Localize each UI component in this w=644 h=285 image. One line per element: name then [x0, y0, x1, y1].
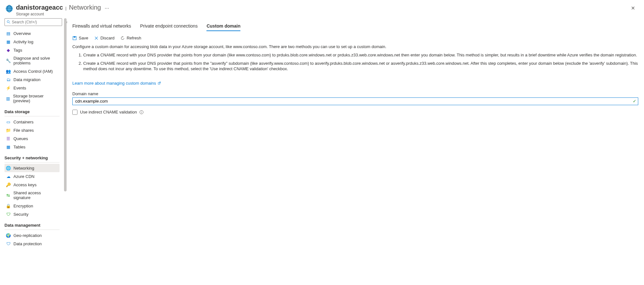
nav-tables[interactable]: ▦Tables	[4, 143, 60, 151]
domain-name-label: Domain name	[72, 91, 638, 96]
page-header: danistorageacc | Networking Storage acco…	[0, 0, 644, 18]
domain-name-input[interactable]	[72, 97, 638, 105]
nav-label: Queues	[13, 136, 28, 141]
refresh-button[interactable]: Refresh	[120, 36, 141, 40]
indirect-cname-checkbox[interactable]	[72, 110, 77, 115]
tables-icon: ▦	[6, 144, 11, 149]
diagnose-icon: 🔧	[6, 58, 11, 63]
nav-azure-cdn[interactable]: ☁Azure CDN	[4, 172, 60, 180]
page-title: Networking	[69, 4, 101, 11]
svg-point-2	[7, 21, 9, 23]
title-separator: |	[64, 6, 68, 11]
nav-security[interactable]: 🛡Security	[4, 210, 60, 218]
instructions-list: Create a CNAME record with your DNS prov…	[72, 52, 638, 72]
info-icon[interactable]: i	[140, 110, 143, 114]
resource-type: Storage account	[16, 12, 101, 16]
nav-storage-browser[interactable]: ▥Storage browser (preview)	[4, 92, 60, 105]
nav-label: Access Control (IAM)	[13, 69, 53, 74]
nav-label: Activity log	[13, 39, 33, 44]
data-protection-icon: 🛡	[6, 241, 11, 246]
nav-divider	[4, 162, 60, 163]
sas-icon: ⇆	[6, 193, 11, 198]
toolbar: Save Discard Refresh	[72, 34, 638, 44]
nav-access-keys[interactable]: 🔑Access keys	[4, 180, 60, 189]
validation-success-icon: ✓	[633, 99, 636, 104]
nav-label: Events	[13, 86, 26, 90]
main-content: Firewalls and virtual networks Private e…	[67, 18, 644, 285]
tab-custom-domain[interactable]: Custom domain	[206, 21, 240, 31]
save-icon	[72, 36, 77, 40]
nav-label: Encryption	[13, 204, 33, 208]
nav-tags[interactable]: ◆Tags	[4, 46, 60, 54]
nav-section-data-storage: Data storage	[4, 105, 60, 115]
tabs: Firewalls and virtual networks Private e…	[72, 18, 638, 31]
nav-label: Tags	[13, 48, 22, 53]
nav-overview[interactable]: ▤Overview	[4, 29, 60, 38]
nav-access-control[interactable]: 👥Access Control (IAM)	[4, 67, 60, 75]
nav-containers[interactable]: ▭Containers	[4, 118, 60, 126]
search-box[interactable]	[4, 18, 62, 26]
activity-log-icon: ▦	[6, 39, 11, 44]
nav-label: Networking	[13, 166, 34, 171]
nav-label: Geo-replication	[13, 233, 42, 238]
data-migration-icon: 🗂	[6, 77, 11, 82]
nav-activity-log[interactable]: ▦Activity log	[4, 38, 60, 46]
nav-label: Data migration	[13, 77, 41, 82]
close-button[interactable]: ✕	[628, 4, 638, 13]
nav-geo-replication[interactable]: 🌍Geo-replication	[4, 231, 60, 239]
learn-more-link[interactable]: Learn more about managing custom domains	[72, 81, 161, 86]
nav-events[interactable]: ⚡Events	[4, 84, 60, 92]
nav-queues[interactable]: ☰Queues	[4, 134, 60, 143]
discard-icon	[94, 36, 99, 40]
nav-label: Security	[13, 212, 28, 217]
resource-name: danistorageacc	[16, 4, 63, 11]
nav-diagnose[interactable]: 🔧Diagnose and solve problems	[4, 54, 60, 67]
nav-divider	[4, 230, 60, 230]
discard-button[interactable]: Discard	[94, 36, 115, 40]
learn-more-text: Learn more about managing custom domains	[72, 81, 156, 86]
encryption-icon: 🔒	[6, 203, 11, 208]
tab-firewalls[interactable]: Firewalls and virtual networks	[72, 21, 131, 31]
search-input[interactable]	[12, 20, 60, 24]
nav-section-data-mgmt: Data management	[4, 218, 60, 229]
nav-file-shares[interactable]: 📁File shares	[4, 126, 60, 134]
azure-cdn-icon: ☁	[6, 174, 11, 179]
svg-rect-5	[74, 36, 75, 38]
nav-label: Containers	[13, 120, 34, 124]
sidebar-scrollbar[interactable]	[64, 18, 67, 285]
tab-private-endpoint[interactable]: Private endpoint connections	[140, 21, 198, 31]
nav-label: Tables	[13, 145, 26, 149]
indirect-cname-label: Use indirect CNAME validation	[80, 110, 137, 114]
nav-encryption[interactable]: 🔒Encryption	[4, 202, 60, 210]
access-keys-icon: 🔑	[6, 182, 11, 187]
containers-icon: ▭	[6, 119, 11, 124]
more-actions-button[interactable]: ⋯	[105, 4, 109, 11]
nav-label: Shared access signature	[13, 190, 58, 200]
nav-section-security: Security + networking	[4, 151, 60, 162]
nav-data-protection[interactable]: 🛡Data protection	[4, 239, 60, 248]
discard-label: Discard	[101, 36, 115, 40]
nav-shared-access-signature[interactable]: ⇆Shared access signature	[4, 189, 60, 202]
refresh-icon	[120, 36, 125, 40]
events-icon: ⚡	[6, 85, 11, 90]
geo-replication-icon: 🌍	[6, 233, 11, 238]
instruction-step: Create a CNAME record with your DNS prov…	[83, 61, 638, 72]
nav-label: Overview	[13, 31, 31, 36]
file-shares-icon: 📁	[6, 128, 11, 133]
nav-label: Storage browser (preview)	[13, 94, 58, 103]
description-text: Configure a custom domain for accessing …	[72, 44, 638, 49]
nav-label: Diagnose and solve problems	[13, 56, 58, 65]
nav-divider	[4, 116, 60, 116]
tags-icon: ◆	[6, 47, 11, 53]
nav-networking[interactable]: 🌐Networking	[4, 164, 60, 172]
refresh-label: Refresh	[127, 36, 141, 40]
security-icon: 🛡	[6, 212, 11, 217]
nav-label: Access keys	[13, 182, 36, 187]
external-link-icon	[157, 81, 161, 85]
save-button[interactable]: Save	[72, 36, 88, 40]
nav-data-migration[interactable]: 🗂Data migration	[4, 75, 60, 84]
search-icon	[7, 20, 11, 24]
storage-account-icon	[5, 4, 13, 13]
svg-line-3	[9, 23, 10, 24]
nav-label: Data protection	[13, 241, 42, 246]
